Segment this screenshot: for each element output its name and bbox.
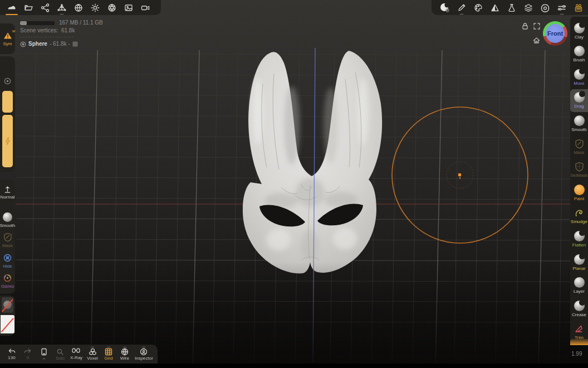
alpha-icon xyxy=(490,3,500,13)
object-detail: - 61.8k - xyxy=(50,40,70,48)
object-remesh-icon[interactable] xyxy=(72,41,78,47)
topology-button[interactable] xyxy=(53,0,70,15)
tool-smooth[interactable]: Smooth xyxy=(570,112,588,135)
crease-tool-icon xyxy=(574,301,585,311)
solo-button[interactable]: Solo xyxy=(54,348,66,361)
settings-gear-icon xyxy=(540,3,550,13)
view-label: Front xyxy=(547,30,563,37)
quick-tool-smooth[interactable]: Smooth xyxy=(0,212,15,228)
radius-slider[interactable] xyxy=(2,91,13,113)
symmetry-warning-icon xyxy=(3,32,12,40)
xray-icon xyxy=(71,348,81,355)
grid-button[interactable]: Grid xyxy=(102,348,115,361)
device-label: – xyxy=(43,356,45,361)
system-home-bar xyxy=(0,364,588,368)
mask-label: Mask xyxy=(2,243,13,248)
shop-button[interactable] xyxy=(570,0,587,15)
color-swatch[interactable] xyxy=(1,315,14,333)
flatten-tool-icon xyxy=(574,231,585,241)
brush-sliders-panel xyxy=(0,56,15,172)
move-tool-icon xyxy=(574,69,585,80)
stroke-pencil-icon xyxy=(457,3,467,13)
falloff-button[interactable] xyxy=(503,0,520,15)
symmetry-panel[interactable]: W Sym xyxy=(0,23,15,54)
tool-flatten[interactable]: Flatten xyxy=(570,228,588,251)
undo-icon xyxy=(8,348,16,355)
lighting-button[interactable] xyxy=(87,0,104,15)
object-row[interactable]: Sphere - 61.8k - xyxy=(20,40,103,48)
wire-label: Wire xyxy=(120,356,129,361)
redo-button[interactable]: 0 xyxy=(22,348,34,360)
active-tool-preview-button[interactable] xyxy=(437,0,453,15)
vertices-row: Scene vertices: 61.8k xyxy=(20,27,103,35)
painting-button[interactable] xyxy=(470,0,487,15)
selmask-tool-icon xyxy=(575,162,584,172)
smooth-tool-icon xyxy=(574,115,585,126)
tool-move[interactable]: Move xyxy=(570,66,588,89)
topology-icon xyxy=(57,3,67,13)
scene-graph-button[interactable] xyxy=(37,0,53,15)
tool-smudge[interactable]: Smudge xyxy=(570,205,588,228)
view-orientation-gizmo[interactable]: Front xyxy=(543,21,567,46)
redo-icon xyxy=(23,348,32,355)
alpha-button[interactable] xyxy=(487,0,503,15)
history-button[interactable] xyxy=(553,0,570,15)
grid-options-dash xyxy=(107,347,110,348)
lighting-icon xyxy=(90,3,100,13)
mask-tool-label: Mask xyxy=(574,150,584,155)
device-button[interactable]: – xyxy=(38,348,50,361)
active-tool-preview-icon xyxy=(439,2,451,14)
layer-tool-label: Layer xyxy=(574,289,585,294)
tool-clay[interactable]: Clay xyxy=(570,20,588,43)
tool-paint[interactable]: Paint xyxy=(570,182,588,205)
material-button[interactable] xyxy=(70,0,87,15)
top-right-toolbar xyxy=(432,0,588,15)
layers-button[interactable] xyxy=(520,0,537,15)
tool-selmask[interactable]: SelMask xyxy=(570,158,588,182)
brush-cursor[interactable] xyxy=(392,107,528,243)
gizmo-icon xyxy=(3,273,12,283)
xray-button[interactable]: X-Ray xyxy=(70,348,82,360)
postprocess-button[interactable] xyxy=(104,0,120,15)
zoom-value: 1.99 xyxy=(571,351,582,357)
voxel-button[interactable]: Voxel xyxy=(86,348,99,361)
selmask-tool-label: SelMask xyxy=(571,173,588,178)
material-swatch[interactable] xyxy=(2,297,13,313)
scene-info-panel: 167 MB / 11.1 GB Scene vertices: 61.8k S… xyxy=(20,19,103,48)
viewport-3d[interactable] xyxy=(0,0,588,368)
scene-info-divider xyxy=(20,37,74,37)
grid-icon xyxy=(105,348,112,356)
intensity-slider[interactable] xyxy=(2,115,13,167)
viewport-home-button[interactable] xyxy=(532,36,541,45)
normal-falloff-panel[interactable]: Normal xyxy=(0,180,15,205)
tool-planar[interactable]: Planar xyxy=(570,251,588,274)
camera-button[interactable] xyxy=(137,0,154,15)
viewport-lock-button[interactable] xyxy=(521,22,529,30)
quick-tool-gizmo[interactable]: Gizmo xyxy=(1,273,14,289)
quick-tool-mask[interactable]: Mask xyxy=(2,233,13,248)
layer-tool-icon xyxy=(574,277,585,288)
lock-icon xyxy=(521,22,529,30)
solo-label: Solo xyxy=(56,356,65,361)
wire-button[interactable]: Wire xyxy=(119,348,131,361)
sculpt-tools-button[interactable] xyxy=(3,0,20,15)
settings-button[interactable] xyxy=(537,0,553,15)
tool-crease[interactable]: Crease xyxy=(570,297,588,321)
intensity-bolt-icon xyxy=(5,137,11,145)
tool-mask[interactable]: Mask xyxy=(570,135,588,159)
tool-drag[interactable]: Drag xyxy=(570,89,588,113)
inspector-button[interactable]: Inspector xyxy=(135,348,153,361)
background-image-button[interactable] xyxy=(120,0,137,15)
undo-button[interactable]: 130 xyxy=(6,348,18,360)
voxel-options-dash xyxy=(91,347,94,348)
stroke-button[interactable] xyxy=(453,0,470,15)
viewport-fullscreen-button[interactable] xyxy=(533,22,541,30)
quick-tool-hide[interactable]: Hide xyxy=(3,253,12,269)
smudge-tool-label: Smudge xyxy=(571,219,587,224)
view-orientation-front-face[interactable]: Front xyxy=(546,24,565,43)
inspector-icon xyxy=(140,348,148,356)
tool-layer[interactable]: Layer xyxy=(570,274,588,298)
files-button[interactable] xyxy=(20,0,37,15)
tool-brush[interactable]: Brush xyxy=(570,43,588,66)
object-visibility-icon[interactable] xyxy=(20,41,26,47)
